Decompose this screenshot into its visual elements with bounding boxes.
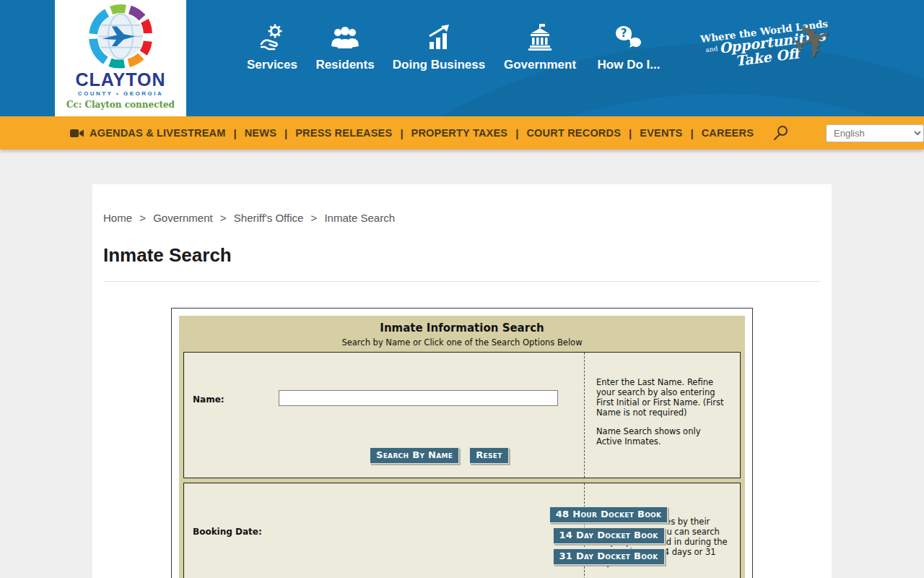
main-navigation: Services Residents: [238, 22, 671, 72]
help-text: Name Search shows only Active Inmates.: [596, 426, 728, 447]
separator: |: [284, 127, 287, 139]
docket-31-day-button[interactable]: 31 Day Docket Book: [553, 548, 665, 565]
form-subtitle: Search by Name or Click one of the Searc…: [183, 337, 741, 348]
docket-buttons-column: 48 Hour Docket Book 14 Day Docket Book 3…: [554, 506, 663, 565]
utility-item-press-releases[interactable]: PRESS RELEASES: [295, 127, 392, 139]
breadcrumb-government[interactable]: Government: [153, 212, 213, 224]
nav-item-residents[interactable]: Residents: [306, 22, 384, 72]
breadcrumb-sheriffs-office[interactable]: Sheriff's Office: [234, 212, 304, 224]
name-field-label: Name:: [193, 394, 225, 405]
separator: |: [629, 127, 632, 139]
search-by-name-button[interactable]: Search By Name: [370, 447, 459, 464]
breadcrumb-separator: >: [220, 212, 227, 224]
inmate-search-form: Inmate Information Search Search by Name…: [171, 308, 753, 578]
globe-plane-logo-icon: [83, 3, 158, 72]
utility-bar: AGENDAS & LIVESTREAM | NEWS | PRESS RELE…: [0, 116, 924, 150]
help-text: Enter the Last Name. Refine your search …: [596, 377, 728, 418]
logo-subtext: COUNTY • GEORGIA: [78, 90, 164, 97]
form-background: Inmate Information Search Search by Name…: [179, 316, 745, 578]
logo-wordmark: CLAYTON: [75, 71, 165, 89]
separator: |: [515, 127, 518, 139]
separator: |: [234, 127, 237, 139]
form-title: Inmate Information Search: [183, 322, 741, 335]
docket-48-hour-button[interactable]: 48 Hour Docket Book: [549, 506, 668, 523]
question-bubbles-icon: ?: [614, 22, 644, 51]
business-chart-icon: [425, 22, 453, 51]
separator: |: [400, 127, 403, 139]
site-header: CLAYTON COUNTY • GEORGIA Cc: Clayton con…: [0, 0, 924, 116]
name-buttons-row: Search By Name Reset: [370, 447, 509, 464]
utility-item-careers[interactable]: CAREERS: [702, 127, 754, 139]
video-camera-icon: [70, 128, 84, 139]
utility-item-property-taxes[interactable]: PROPERTY TAXES: [411, 127, 508, 139]
search-icon[interactable]: [772, 124, 790, 142]
title-divider: [103, 281, 821, 282]
utility-item-events[interactable]: EVENTS: [640, 127, 682, 139]
breadcrumb-separator: >: [139, 212, 146, 224]
nav-label: Government: [504, 58, 576, 72]
nav-item-services[interactable]: Services: [238, 22, 306, 72]
page-title: Inmate Search: [103, 244, 821, 267]
language-select[interactable]: English: [826, 124, 924, 142]
breadcrumb: Home > Government > Sheriff's Office > I…: [103, 212, 821, 224]
breadcrumb-home[interactable]: Home: [103, 212, 132, 224]
utility-item-agendas[interactable]: AGENDAS & LIVESTREAM: [70, 127, 226, 139]
name-input[interactable]: [279, 390, 558, 406]
booking-date-left: Booking Date: 48 Hour Docket Book 14 Day…: [184, 483, 584, 578]
name-search-left: Name: Search By Name Reset: [184, 353, 584, 478]
nav-item-how-do-i[interactable]: ? How Do I...: [586, 22, 671, 72]
residents-people-icon: [330, 22, 360, 51]
services-gear-hand-icon: [258, 22, 286, 51]
logo-tagline: Cc: Clayton connected: [66, 100, 175, 110]
government-capitol-icon: [527, 22, 553, 51]
name-search-help: Enter the Last Name. Refine your search …: [584, 353, 740, 478]
content-card: Home > Government > Sheriff's Office > I…: [92, 184, 832, 578]
booking-date-label: Booking Date:: [193, 527, 262, 537]
nav-label: Services: [247, 58, 297, 72]
breadcrumb-current: Inmate Search: [324, 212, 395, 224]
utility-item-news[interactable]: NEWS: [245, 127, 276, 139]
breadcrumb-separator: >: [310, 212, 317, 224]
reset-button[interactable]: Reset: [469, 447, 508, 464]
docket-14-day-button[interactable]: 14 Day Docket Book: [553, 527, 665, 544]
utility-item-court-records[interactable]: COURT RECORDS: [526, 127, 621, 139]
county-logo[interactable]: CLAYTON COUNTY • GEORGIA Cc: Clayton con…: [55, 0, 186, 116]
nav-label: Doing Business: [393, 58, 485, 72]
booking-date-section: Booking Date: 48 Hour Docket Book 14 Day…: [183, 483, 741, 578]
separator: |: [691, 127, 694, 139]
nav-item-government[interactable]: Government: [494, 22, 586, 72]
nav-item-doing-business[interactable]: Doing Business: [384, 22, 494, 72]
name-search-section: Name: Search By Name Reset Enter the Las…: [183, 352, 741, 478]
svg-text:?: ?: [621, 27, 627, 40]
nav-label: How Do I...: [598, 58, 661, 72]
nav-label: Residents: [315, 58, 374, 72]
